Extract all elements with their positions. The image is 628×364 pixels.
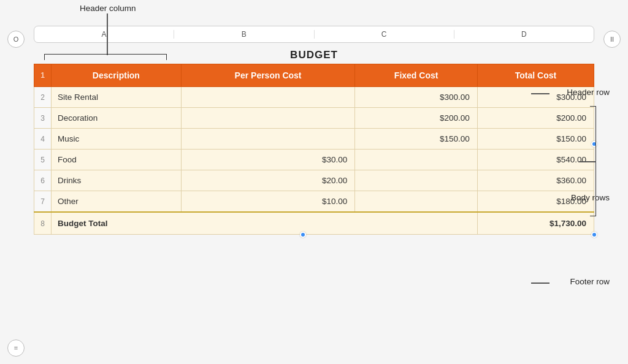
table-row: 3 Decoration $200.00 $200.00 <box>34 108 594 129</box>
header-fixed-cost: Fixed Cost <box>355 64 478 87</box>
table-row: 6 Drinks $20.00 $360.00 <box>34 170 594 191</box>
annotation-body-rows-line <box>579 161 596 162</box>
footer-label: Budget Total <box>52 212 478 235</box>
header-total-cost: Total Cost <box>477 64 594 87</box>
menu-button-container: = <box>7 339 25 357</box>
menu-button[interactable]: = <box>7 339 25 357</box>
cell-music-per[interactable] <box>181 129 355 150</box>
pause-button[interactable]: II <box>603 31 621 48</box>
handle-dot-bottom-right[interactable] <box>591 232 597 238</box>
cell-decoration-per[interactable] <box>181 108 355 129</box>
spreadsheet-area: BUDGET 1 Description Per Person Cost Fix… <box>34 49 594 235</box>
row-num-4: 4 <box>34 129 52 150</box>
table-row: 2 Site Rental $300.00 $300.00 <box>34 87 594 108</box>
app-container: O II A B C D Header column BUDGET 1 Desc… <box>0 0 628 364</box>
cell-drinks-per[interactable]: $20.00 <box>181 170 355 191</box>
annotation-footer-row-line <box>531 282 550 284</box>
table-title: BUDGET <box>34 49 594 61</box>
annotation-header-row-line <box>531 93 550 94</box>
col-header-c[interactable]: C <box>315 30 454 39</box>
row-num-5: 5 <box>34 150 52 170</box>
col-header-d[interactable]: D <box>454 30 594 39</box>
cell-decoration-desc[interactable]: Decoration <box>52 108 182 129</box>
header-description: Description <box>52 64 182 87</box>
row-num-2: 2 <box>34 87 52 108</box>
cell-other-desc[interactable]: Other <box>52 191 182 213</box>
o-button-container: O <box>7 31 25 48</box>
col-header-b[interactable]: B <box>174 30 314 39</box>
cell-other-per[interactable]: $10.00 <box>181 191 355 213</box>
header-row-num: 1 <box>34 64 52 87</box>
header-row: 1 Description Per Person Cost Fixed Cost… <box>34 64 594 87</box>
cell-decoration-fixed[interactable]: $200.00 <box>355 108 478 129</box>
table-row: 7 Other $10.00 $180.00 <box>34 191 594 213</box>
col-headers-bar: A B C D <box>34 26 594 43</box>
handle-dot-bottom-center[interactable] <box>300 232 306 238</box>
table-row: 4 Music $150.00 $150.00 <box>34 129 594 150</box>
pause-button-container: II <box>603 31 621 48</box>
annotation-header-row: Header row <box>567 88 610 97</box>
row-num-3: 3 <box>34 108 52 129</box>
cell-music-total[interactable]: $150.00 <box>477 129 594 150</box>
cell-food-total[interactable]: $540.00 <box>477 150 594 170</box>
cell-other-fixed[interactable] <box>355 191 478 213</box>
cell-music-fixed[interactable]: $150.00 <box>355 129 478 150</box>
col-header-a[interactable]: A <box>34 30 174 39</box>
footer-row-num: 8 <box>34 212 52 235</box>
annotation-footer-row: Footer row <box>570 277 610 286</box>
row-num-7: 7 <box>34 191 52 213</box>
cell-music-desc[interactable]: Music <box>52 129 182 150</box>
cell-food-desc[interactable]: Food <box>52 150 182 170</box>
cell-decoration-total[interactable]: $200.00 <box>477 108 594 129</box>
cell-site-rental-per[interactable] <box>181 87 355 108</box>
row-num-6: 6 <box>34 170 52 191</box>
cell-drinks-desc[interactable]: Drinks <box>52 170 182 191</box>
budget-table: 1 Description Per Person Cost Fixed Cost… <box>34 64 594 235</box>
o-button[interactable]: O <box>7 31 25 48</box>
footer-total: $1,730.00 <box>477 212 594 235</box>
cell-drinks-fixed[interactable] <box>355 170 478 191</box>
cell-food-per[interactable]: $30.00 <box>181 150 355 170</box>
annotation-header-column: Header column <box>80 4 136 13</box>
cell-food-fixed[interactable] <box>355 150 478 170</box>
cell-site-rental-fixed[interactable]: $300.00 <box>355 87 478 108</box>
footer-row: 8 Budget Total $1,730.00 <box>34 212 594 235</box>
cell-site-rental-desc[interactable]: Site Rental <box>52 87 182 108</box>
header-per-person: Per Person Cost <box>181 64 355 87</box>
table-row: 5 Food $30.00 $540.00 <box>34 150 594 170</box>
cell-drinks-total[interactable]: $360.00 <box>477 170 594 191</box>
